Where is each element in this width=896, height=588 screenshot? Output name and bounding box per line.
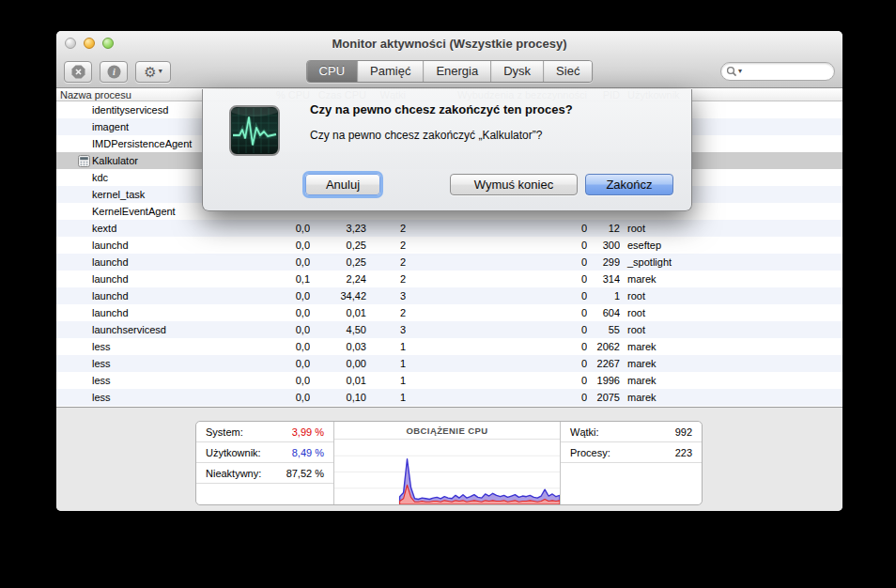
row-icon-placeholder (78, 290, 90, 302)
dialog-message: Czy na pewno chcesz zakończyć „Kalkulato… (310, 129, 542, 142)
cpu-stats-panel: System:3,99 %Użytkownik:8,49 %Nieaktywny… (195, 421, 703, 505)
view-tabs: CPUPamięćEnergiaDyskSieć (306, 60, 594, 83)
row-icon-placeholder (78, 223, 90, 235)
table-row[interactable]: launchd0,034,42301root (56, 287, 842, 304)
tab-sieć[interactable]: Sieć (543, 61, 592, 82)
action-menu-button[interactable]: ⚙ ▾ (135, 61, 171, 83)
cpu-stat-row: Użytkownik:8,49 % (196, 442, 333, 463)
counter-label: Procesy: (570, 447, 610, 458)
cpu-stat-row: Nieaktywny:87,52 % (196, 463, 333, 484)
cpu-stat-label: Użytkownik: (206, 447, 261, 458)
cpu-stat-value: 87,52 % (286, 468, 324, 479)
window-chrome: Monitor aktywności (Wszystkie procesy) i… (56, 31, 842, 88)
activity-monitor-app-icon (229, 105, 280, 156)
process-name: launchd (92, 273, 129, 285)
inspect-button[interactable]: i (100, 61, 128, 83)
cpu-percent-box: System:3,99 %Użytkownik:8,49 %Nieaktywny… (196, 422, 334, 504)
window-title: Monitor aktywności (Wszystkie procesy) (56, 37, 842, 51)
counter-value: 223 (675, 447, 692, 458)
tab-energia[interactable]: Energia (423, 61, 490, 82)
row-icon-placeholder (78, 256, 90, 269)
process-name: less (92, 341, 111, 352)
cpu-stat-label: Nieaktywny: (206, 468, 261, 479)
row-icon-placeholder (78, 324, 90, 336)
search-field[interactable]: ▾ (720, 62, 835, 81)
tab-dysk[interactable]: Dysk (490, 61, 543, 82)
row-icon-placeholder (78, 121, 90, 133)
cpu-stat-value: 8,49 % (292, 447, 324, 458)
table-row[interactable]: launchd0,12,2420314marek (56, 271, 842, 287)
cpu-load-graph-title: OBCIĄŻENIE CPU (334, 422, 560, 440)
process-name: launchd (92, 240, 129, 251)
row-icon-placeholder (78, 307, 90, 319)
process-name: KernelEventAgent (92, 206, 176, 217)
calculator-icon (78, 155, 90, 167)
process-name: Kalkulator (92, 155, 138, 166)
row-icon-placeholder (78, 341, 90, 353)
process-name: IMDPersistenceAgent (92, 138, 192, 149)
tab-cpu[interactable]: CPU (307, 61, 357, 82)
quit-process-dialog: Czy na pewno chcesz zakończyć ten proces… (202, 89, 692, 211)
counter-row: Procesy:223 (561, 442, 702, 463)
footer-panel: System:3,99 %Użytkownik:8,49 %Nieaktywny… (56, 407, 842, 511)
counters-box: Wątki:992Procesy:223 (560, 422, 702, 504)
search-scope-chevron-icon: ▾ (738, 68, 742, 75)
cpu-stat-label: System: (206, 426, 243, 438)
cpu-load-graph-box: OBCIĄŻENIE CPU (334, 422, 560, 504)
table-row[interactable]: less0,00,03102062marek (56, 338, 842, 355)
table-row[interactable]: less0,00,00102267marek (56, 355, 842, 372)
table-row[interactable]: launchservicesd0,04,503055root (56, 321, 842, 338)
process-name: launchservicesd (92, 324, 166, 335)
activity-monitor-window: Monitor aktywności (Wszystkie procesy) i… (56, 31, 842, 511)
table-row[interactable]: launchd0,00,0120604root (56, 304, 842, 321)
row-icon-placeholder (78, 240, 90, 252)
search-icon (726, 66, 737, 77)
process-name: launchd (92, 307, 129, 318)
process-name: launchd (92, 256, 129, 268)
cpu-stat-row: System:3,99 % (196, 422, 333, 442)
process-name: identityservicesd (92, 104, 168, 116)
dialog-title: Czy na pewno chcesz zakończyć ten proces… (310, 102, 573, 116)
table-row[interactable]: less0,00,01101996marek (56, 372, 842, 389)
process-name: launchd (92, 290, 129, 302)
chevron-down-icon: ▾ (159, 68, 162, 75)
process-name: less (92, 358, 111, 369)
counter-label: Wątki: (570, 426, 599, 438)
counter-value: 992 (675, 426, 692, 438)
table-row[interactable]: launchd0,00,2520299_spotlight (56, 254, 842, 271)
row-icon-placeholder (78, 358, 90, 370)
info-icon: i (107, 65, 121, 79)
table-row[interactable]: less0,00,10102075marek (56, 389, 842, 406)
gear-icon: ⚙ (144, 65, 156, 79)
cancel-button[interactable]: Anuluj (305, 174, 380, 195)
process-name: less (92, 375, 111, 386)
quit-process-button[interactable] (64, 61, 92, 83)
row-icon-placeholder (78, 392, 90, 404)
table-row[interactable]: kextd0,03,232012root (56, 220, 842, 237)
cpu-load-graph (334, 440, 560, 504)
counter-row: Wątki:992 (561, 422, 702, 442)
row-icon-placeholder (78, 189, 90, 201)
user-cpu-area (400, 459, 560, 504)
row-icon-placeholder (78, 104, 90, 116)
toolbar: i ⚙ ▾ CPUPamięćEnergiaDyskSieć ▾ (56, 55, 842, 87)
process-name: kdc (92, 172, 108, 183)
tab-pamięć[interactable]: Pamięć (357, 61, 423, 82)
quit-button[interactable]: Zakończ (585, 174, 673, 195)
quit-octagon-icon (71, 65, 85, 79)
force-quit-button[interactable]: Wymuś koniec (450, 174, 578, 195)
row-icon-placeholder (78, 375, 90, 387)
row-icon-placeholder (78, 273, 90, 286)
row-icon-placeholder (78, 138, 90, 150)
row-icon-placeholder (78, 206, 90, 218)
process-name: kextd (92, 223, 116, 234)
process-name: less (92, 392, 111, 403)
cpu-stat-value: 3,99 % (292, 426, 324, 438)
table-row[interactable]: launchd0,00,2520300eseftep (56, 237, 842, 254)
process-name: kernel_task (92, 189, 145, 200)
row-icon-placeholder (78, 172, 90, 184)
process-name: imagent (92, 121, 129, 132)
svg-text:i: i (113, 67, 116, 77)
